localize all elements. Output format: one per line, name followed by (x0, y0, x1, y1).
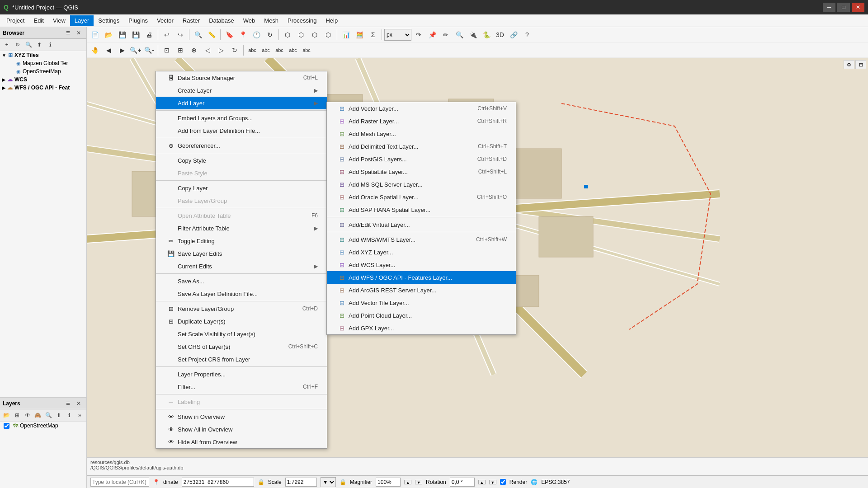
submenu-add-xyz[interactable]: ⊞ Add XYZ Layer... (327, 246, 516, 258)
menu-layer[interactable]: Layer (70, 15, 94, 26)
tb-zoom-in-btn[interactable]: 🔍+ (129, 44, 142, 56)
menu-copy-layer[interactable]: Copy Layer (156, 182, 327, 194)
locate-input[interactable] (90, 478, 149, 487)
tb-redo-btn[interactable]: ↪ (174, 28, 187, 41)
submenu-add-wms[interactable]: ⊞ Add WMS/WMTS Layer... Ctrl+Shift+W (327, 233, 516, 246)
tb-measure-btn[interactable]: 📏 (205, 28, 218, 41)
menu-save-layer-edits[interactable]: 💾 Save Layer Edits (156, 247, 327, 260)
browser-osm-item[interactable]: ◉ OpenStreetMap (0, 67, 86, 75)
menu-database[interactable]: Database (204, 15, 239, 26)
submenu-add-raster[interactable]: ⊞ Add Raster Layer... Ctrl+Shift+R (327, 115, 516, 127)
browser-wfs-item[interactable]: ▶ ☁ WFS / OGC API - Feat (0, 84, 86, 92)
menu-edit[interactable]: Edit (29, 15, 48, 26)
menu-toggle-editing[interactable]: ✏ Toggle Editing (156, 235, 327, 247)
browser-close-btn[interactable]: ✕ (74, 28, 84, 38)
submenu-add-wfs[interactable]: ⊞ Add WFS / OGC API - Features Layer... (327, 271, 516, 284)
browser-xyz-group[interactable]: ▼ ⊞ XYZ Tiles (0, 51, 86, 59)
tb-select-all-btn[interactable]: ⬡ (322, 28, 335, 41)
layers-add-group-btn[interactable]: ⊞ (12, 410, 22, 420)
magnifier-down-btn[interactable]: ▼ (415, 480, 422, 484)
tb-3d-btn[interactable]: 3D (494, 28, 506, 41)
layers-hide-all-btn[interactable]: 🙈 (33, 410, 42, 420)
close-button[interactable]: ✕ (852, 3, 864, 12)
rotation-input[interactable] (450, 478, 475, 487)
layers-more-btn[interactable]: » (75, 410, 85, 420)
tb-time-btn[interactable]: 🕐 (250, 28, 263, 41)
submenu-add-oracle[interactable]: ⊞ Add Oracle Spatial Layer... Ctrl+Shift… (327, 191, 516, 203)
layers-close-btn[interactable]: ✕ (74, 399, 84, 408)
menu-set-proj-crs[interactable]: Set Project CRS from Layer (156, 353, 327, 366)
menu-plugins[interactable]: Plugins (124, 15, 152, 26)
menu-current-edits[interactable]: Current Edits ▶ (156, 260, 327, 272)
browser-collapse-btn[interactable]: ⬆ (34, 40, 44, 50)
tb-pan-btn[interactable]: 🤚 (89, 44, 101, 56)
menu-paste-style[interactable]: Paste Style (156, 167, 327, 179)
layers-expand-btn[interactable]: ⬆ (54, 410, 64, 420)
submenu-add-vector-tile[interactable]: ⊞ Add Vector Tile Layer... (327, 296, 516, 309)
tb-pan-right-btn[interactable]: ▶ (116, 44, 128, 56)
browser-toggle-btn[interactable]: ☰ (63, 28, 73, 38)
menu-vector[interactable]: Vector (152, 15, 178, 26)
submenu-add-gpx[interactable]: ⊞ Add GPX Layer... (327, 322, 516, 334)
layers-filter-btn[interactable]: 🔍 (44, 410, 53, 420)
tb-rotate-btn[interactable]: ↷ (412, 28, 425, 41)
tb-refresh-btn[interactable]: ↻ (264, 28, 276, 41)
menu-project[interactable]: Project (2, 15, 29, 26)
tb-deselect-btn[interactable]: ⬡ (295, 28, 307, 41)
tb-save-btn[interactable]: 💾 (116, 28, 128, 41)
tb-map-tip-btn[interactable]: 📍 (236, 28, 249, 41)
tb-plugin-btn[interactable]: 🔌 (467, 28, 479, 41)
menu-labeling[interactable]: ─ Labeling (156, 395, 327, 408)
menu-show-all-overview[interactable]: 👁 Show All in Overview (156, 423, 327, 436)
tb-help-btn[interactable]: ? (521, 28, 533, 41)
submenu-add-postgis[interactable]: ⊞ Add PostGIS Layers... Ctrl+Shift+D (327, 153, 516, 165)
menu-duplicate-layer[interactable]: ⊞ Duplicate Layer(s) (156, 315, 327, 328)
layers-open-layer-btn[interactable]: 📂 (2, 410, 11, 420)
browser-wcs-item[interactable]: ▶ ☁ WCS (0, 75, 86, 84)
tb-search-btn[interactable]: 🔍 (453, 28, 466, 41)
maximize-button[interactable]: □ (837, 3, 850, 12)
menu-copy-style[interactable]: Copy Style (156, 154, 327, 167)
tb-attr-table-btn[interactable]: 📊 (340, 28, 352, 41)
menu-open-attr-table[interactable]: Open Attribute Table F6 (156, 209, 327, 222)
menu-settings[interactable]: Settings (94, 15, 124, 26)
tb-print-btn[interactable]: 🖨 (143, 28, 156, 41)
submenu-add-point-cloud[interactable]: ⊞ Add Point Cloud Layer... (327, 309, 516, 322)
menu-data-source-manager[interactable]: 🗄 Data Source Manager Ctrl+L (156, 71, 327, 84)
menu-help[interactable]: Help (321, 15, 342, 26)
browser-refresh-btn[interactable]: ↻ (13, 40, 23, 50)
map-maximize-btn[interactable]: ⊞ (855, 60, 866, 69)
tb-unit-select[interactable]: px (384, 29, 411, 41)
scale-input[interactable] (285, 478, 317, 487)
menu-hide-all-overview[interactable]: 👁 Hide All from Overview (156, 436, 327, 448)
scale-select[interactable]: ▼ (321, 477, 336, 487)
tb-refresh2-btn[interactable]: ↻ (228, 44, 241, 56)
menu-mesh[interactable]: Mesh (259, 15, 283, 26)
tb-label-btn[interactable]: abc (246, 44, 259, 56)
tb-python-btn[interactable]: 🐍 (480, 28, 493, 41)
tb-stats-btn[interactable]: Σ (367, 28, 379, 41)
magnifier-up-btn[interactable]: ▲ (404, 480, 411, 484)
menu-remove-layer[interactable]: ⊞ Remove Layer/Group Ctrl+D (156, 302, 327, 315)
tb-save-as-btn[interactable]: 💾 (129, 28, 142, 41)
submenu-add-mesh[interactable]: ⊞ Add Mesh Layer... (327, 127, 516, 140)
tb-zoom-full-btn[interactable]: ⊡ (160, 44, 173, 56)
submenu-add-spatialite[interactable]: ⊞ Add SpatiaLite Layer... Ctrl+Shift+L (327, 165, 516, 178)
tb-zoom-out-btn[interactable]: 🔍- (143, 44, 156, 56)
tb-select-btn[interactable]: ⬡ (281, 28, 294, 41)
submenu-add-vector[interactable]: ⊞ Add Vector Layer... Ctrl+Shift+V (327, 102, 516, 115)
render-checkbox[interactable] (500, 479, 506, 485)
submenu-add-wcs[interactable]: ⊞ Add WCS Layer... (327, 258, 516, 271)
layers-toggle-btn[interactable]: ☰ (63, 399, 73, 408)
browser-enable-btn[interactable]: ℹ (45, 40, 55, 50)
magnifier-input[interactable] (376, 478, 401, 487)
tb-zoom-selection-btn[interactable]: ⊕ (188, 44, 200, 56)
submenu-add-mssql[interactable]: ⊞ Add MS SQL Server Layer... (327, 178, 516, 191)
layer-osm-item[interactable]: 🗺 OpenStreetMap (0, 422, 86, 430)
rotation-up-btn[interactable]: ▲ (478, 480, 486, 484)
submenu-add-sap-hana[interactable]: ⊞ Add SAP HANA Spatial Layer... (327, 203, 516, 216)
tb-zoom-prev-btn[interactable]: ◁ (201, 44, 214, 56)
browser-add-btn[interactable]: + (2, 40, 12, 50)
tb-label5-btn[interactable]: abc (300, 44, 313, 56)
menu-web[interactable]: Web (239, 15, 260, 26)
